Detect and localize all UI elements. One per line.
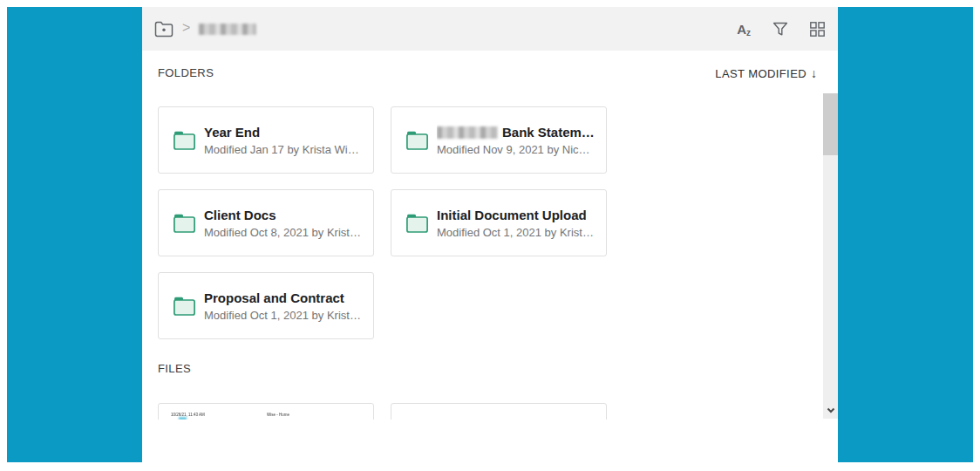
- filter-icon[interactable]: [772, 22, 788, 37]
- chevron-down-icon: [827, 407, 835, 413]
- file-browser-panel: > Az FOL: [142, 7, 838, 462]
- folder-card-client-docs[interactable]: Client Docs Modified Oct 8, 2021 by Kris…: [158, 189, 374, 256]
- folder-card-year-end[interactable]: Year End Modified Jan 17 by Krista Wi…: [158, 106, 374, 174]
- breadcrumb-current-redacted: [199, 24, 256, 35]
- folders-section-label: FOLDERS: [158, 66, 214, 79]
- folder-icon: [406, 131, 428, 150]
- sort-label: LAST MODIFIED: [715, 67, 806, 80]
- root-folder-icon[interactable]: [154, 21, 174, 38]
- redacted-title-prefix: [437, 126, 498, 139]
- folder-icon: [174, 297, 195, 316]
- folder-modified: Modified Oct 8, 2021 by Krist…: [204, 225, 361, 240]
- folder-title: Year End: [204, 124, 359, 141]
- breadcrumb-separator: >: [182, 21, 190, 37]
- page-background: { "colors": { "accent_teal": "#0b9ac4", …: [0, 0, 980, 471]
- toolbar-actions: Az: [737, 22, 838, 37]
- sort-direction-arrow-icon: ↓: [811, 66, 817, 80]
- files-grid: 10/26/21, 11:43 AM Wise - Home: [158, 403, 607, 420]
- folder-modified: Modified Oct 1, 2021 by Krist…: [204, 308, 361, 323]
- folder-icon: [406, 214, 428, 233]
- right-accent-bar: [838, 7, 973, 462]
- folders-grid: Year End Modified Jan 17 by Krista Wi… B…: [158, 106, 607, 339]
- file-card-blank[interactable]: [391, 403, 607, 420]
- folder-icon: [174, 131, 195, 150]
- file-preview-logo-fragment: [179, 417, 187, 420]
- folder-title: Proposal and Contract: [204, 290, 361, 307]
- breadcrumb: >: [142, 21, 737, 38]
- scrollbar[interactable]: [823, 51, 838, 419]
- folder-modified: Modified Jan 17 by Krista Wi…: [204, 142, 359, 157]
- folder-card-bank-statements[interactable]: Bank Statem… Modified Nov 9, 2021 by Nic…: [391, 106, 607, 174]
- folder-card-initial-document-upload[interactable]: Initial Document Upload Modified Oct 1, …: [391, 189, 607, 256]
- sort-alphabetical-icon[interactable]: Az: [737, 22, 751, 37]
- folder-card-proposal-and-contract[interactable]: Proposal and Contract Modified Oct 1, 20…: [158, 272, 374, 339]
- folder-modified: Modified Oct 1, 2021 by Krist…: [437, 225, 594, 240]
- folder-title: Initial Document Upload: [437, 207, 594, 224]
- scroll-down-button[interactable]: [823, 404, 838, 417]
- content-viewport: FOLDERS LAST MODIFIED ↓ Year End Modifie…: [142, 51, 838, 420]
- left-accent-bar: [7, 7, 142, 462]
- scrollbar-track[interactable]: [823, 155, 838, 419]
- file-preview-header: 10/26/21, 11:43 AM Wise - Home: [171, 413, 371, 417]
- last-modified-sort[interactable]: LAST MODIFIED ↓: [715, 66, 817, 80]
- file-preview-title: Wise - Home: [267, 413, 354, 417]
- file-card-preview[interactable]: 10/26/21, 11:43 AM Wise - Home: [158, 403, 374, 420]
- toolbar: > Az: [142, 7, 838, 51]
- grid-view-icon[interactable]: [810, 22, 825, 37]
- folder-modified: Modified Nov 9, 2021 by Nic…: [437, 142, 595, 157]
- folder-icon: [174, 214, 195, 233]
- files-section-label: FILES: [158, 362, 191, 375]
- scrollbar-thumb[interactable]: [823, 93, 838, 155]
- folder-title: Client Docs: [204, 207, 361, 224]
- folder-title: Bank Statem…: [437, 124, 595, 141]
